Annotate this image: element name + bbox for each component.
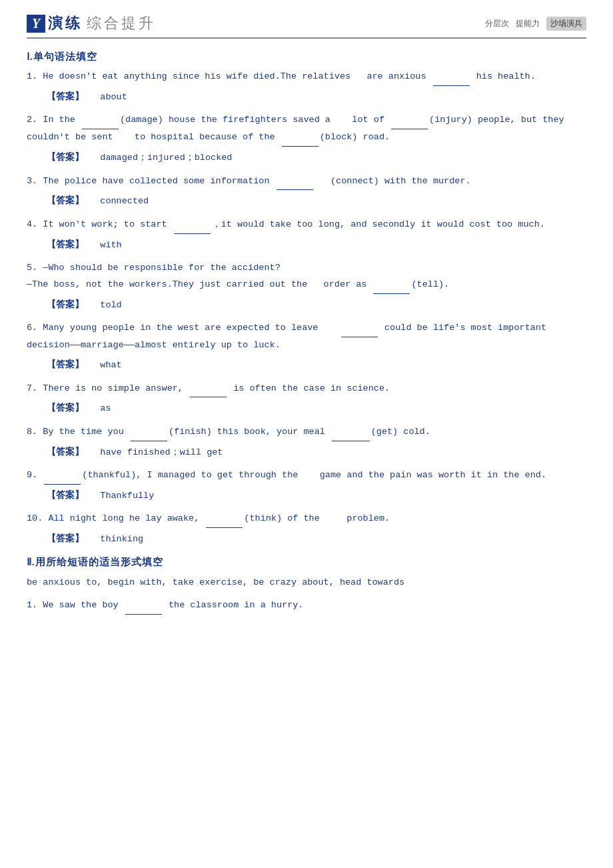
q6-answer-text: what [100,360,121,370]
q1-answer-text: about [100,92,127,102]
q10-answer-text: thinking [100,534,143,544]
q8-blank1 [131,424,167,441]
q3-text: 3. The police have collected some inform… [27,173,586,191]
question-9: 9. (thankful), I managed to get through … [27,467,586,504]
q6-answer-label: 【答案】 [47,359,84,369]
q4-answer-text: with [100,240,121,250]
q9-answer-text: Thankfully [100,491,154,501]
q9-text: 9. (thankful), I managed to get through … [27,467,586,485]
q2-blank2 [391,112,428,129]
question-1: 1. He doesn't eat anything since his wif… [27,69,586,105]
q4-number: 4. [27,219,37,229]
logo-y: Y [27,15,45,33]
q7-answer: 【答案】 as [47,400,586,417]
q7-answer-text: as [100,403,111,413]
q4-blank [174,217,211,234]
question-8: 8. By the time you (finish) this book, y… [27,424,586,461]
header-nav: 分层次 提能力 沙场演兵 [485,17,586,31]
q10-blank [206,511,243,528]
q2-answer-text: damaged；injured；blocked [100,153,232,163]
q5-blank [373,277,410,294]
q9-answer-label: 【答案】 [47,490,84,500]
q7-blank [190,381,227,398]
question-3: 3. The police have collected some inform… [27,173,586,210]
sq1-number: 1. [27,600,37,610]
header-bar: Y 演练 综合提升 分层次 提能力 沙场演兵 [27,13,586,39]
sq1-text: 1. We saw the boy the classroom in a hur… [27,597,586,615]
q6-text: 6. Many young people in the west are exp… [27,320,586,354]
question-4: 4. It won't work; to start ，it would tak… [27,217,586,253]
q1-answer-label: 【答案】 [47,91,84,101]
q8-text: 8. By the time you (finish) this book, y… [27,424,586,441]
section2-title: Ⅱ.用所给短语的适当形式填空 [27,556,586,569]
q4-answer: 【答案】 with [47,237,586,253]
question-2: 2. In the (damage) house the firefighter… [27,112,586,166]
q7-text: 7. There is no simple answer, is often t… [27,381,586,398]
question-5: 5. —Who should be responsible for the ac… [27,260,586,313]
q3-answer-label: 【答案】 [47,195,84,205]
q7-number: 7. [27,383,37,393]
question-10: 10. All night long he lay awake, (think)… [27,511,586,547]
q10-number: 10. [27,513,43,523]
q1-answer: 【答案】 about [47,89,586,105]
q8-blank2 [332,424,370,441]
section2-phrases: be anxious to, begin with, take exercise… [27,574,586,591]
q3-answer-text: connected [100,196,149,206]
question-7: 7. There is no simple answer, is often t… [27,381,586,417]
q9-answer: 【答案】 Thankfully [47,487,586,504]
q8-answer-label: 【答案】 [47,447,84,457]
q6-answer: 【答案】 what [47,357,586,373]
q3-blank [277,173,313,191]
q4-text: 4. It won't work; to start ，it would tak… [27,217,586,234]
q3-answer: 【答案】 connected [47,193,586,209]
q10-text: 10. All night long he lay awake, (think)… [27,511,586,528]
section1-title: Ⅰ.单句语法填空 [27,51,586,63]
header-title: 演练 [48,13,83,33]
q9-number: 9. [27,470,37,480]
nav-item-2[interactable]: 提能力 [516,18,540,29]
q2-answer: 【答案】 damaged；injured；blocked [47,149,586,166]
q6-number: 6. [27,323,37,333]
nav-dropdown[interactable]: 沙场演兵 [546,17,586,31]
sq1-blank [125,597,162,615]
q5-answer-label: 【答案】 [47,299,84,309]
q2-answer-label: 【答案】 [47,152,84,162]
q1-number: 1. [27,71,37,81]
q5a-text: 5. —Who should be responsible for the ac… [27,260,586,277]
q1-text: 1. He doesn't eat anything since his wif… [27,69,586,86]
q1-blank [433,69,470,86]
q9-blank [44,467,81,485]
q2-number: 2. [27,115,37,125]
q8-answer: 【答案】 have finished；will get [47,444,586,461]
q10-answer: 【答案】 thinking [47,531,586,547]
q3-number: 3. [27,176,37,186]
q5-answer-text: told [100,300,121,310]
sq1-block: 1. We saw the boy the classroom in a hur… [27,597,586,615]
nav-item-1[interactable]: 分层次 [485,18,509,29]
q5-answer: 【答案】 told [47,297,586,313]
q2-blank1 [82,112,119,129]
q5-number: 5. [27,263,37,273]
q4-answer-label: 【答案】 [47,239,84,249]
q8-answer-text: have finished；will get [100,447,223,457]
q7-answer-label: 【答案】 [47,403,84,413]
q8-number: 8. [27,427,37,437]
q2-text: 2. In the (damage) house the firefighter… [27,112,586,147]
header-subtitle: 综合提升 [87,13,156,33]
question-6: 6. Many young people in the west are exp… [27,320,586,373]
q5b-text: —The boss, not the workers.They just car… [27,277,586,294]
q10-answer-label: 【答案】 [47,533,84,543]
q2-blank3 [282,129,318,147]
q6-blank [341,320,378,337]
